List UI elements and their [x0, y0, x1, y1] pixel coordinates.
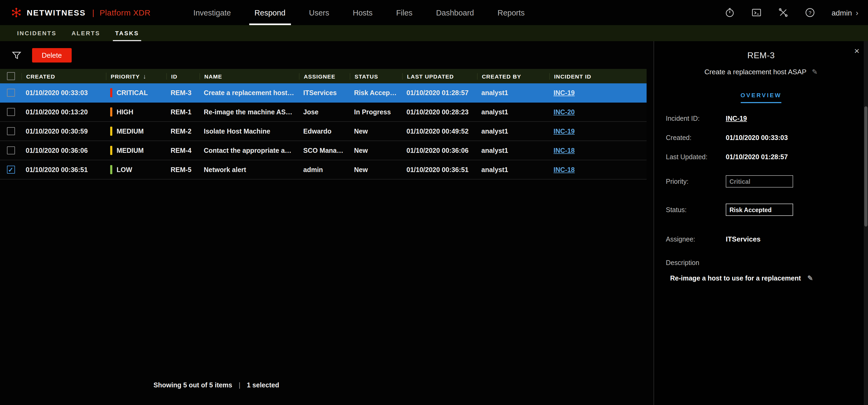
jobs-icon[interactable]	[751, 7, 762, 18]
col-assignee[interactable]: ASSIGNEE	[299, 73, 350, 79]
col-created[interactable]: CREATED	[21, 73, 106, 79]
col-name[interactable]: NAME	[199, 73, 299, 79]
footer-separator: |	[239, 381, 241, 389]
field-last-updated: Last Updated: 01/10/2020 01:28:57	[666, 153, 861, 161]
tab-incidents[interactable]: INCIDENTS	[10, 25, 64, 41]
close-icon[interactable]: ×	[854, 46, 860, 56]
brand-separator: |	[92, 8, 94, 17]
row-checkbox[interactable]: ✓	[7, 127, 15, 135]
sort-desc-icon[interactable]: ↓	[143, 72, 147, 80]
netwitness-logo-icon	[10, 6, 23, 19]
user-name: admin	[832, 8, 852, 17]
nav-item-investigate[interactable]: Investigate	[182, 0, 243, 25]
delete-button[interactable]: Delete	[32, 48, 71, 63]
col-status[interactable]: STATUS	[350, 73, 402, 79]
cell-assignee: Edwardo	[299, 128, 350, 135]
cell-priority: LOW	[106, 165, 166, 174]
table-row[interactable]: ✓ 01/10/2020 00:36:06 MEDIUM REM-4 Conta…	[0, 141, 647, 160]
cell-id: REM-5	[166, 166, 199, 173]
row-checkbox[interactable]: ✓	[7, 146, 15, 155]
nav-item-respond[interactable]: Respond	[243, 0, 297, 25]
cell-created-by: analyst1	[477, 166, 549, 173]
incident-id-link[interactable]: INC-18	[554, 147, 575, 154]
cell-last-updated: 01/10/2020 00:36:51	[402, 166, 477, 173]
cell-status: New	[350, 147, 402, 154]
priority-input[interactable]	[726, 175, 793, 188]
row-checkbox[interactable]: ✓	[7, 108, 15, 116]
cell-incident-id: INC-19	[549, 128, 647, 135]
panel-scrollbar[interactable]	[864, 41, 868, 405]
table-row[interactable]: ✓ 01/10/2020 00:13:20 HIGH REM-1 Re-imag…	[0, 103, 647, 122]
incident-id-link[interactable]: INC-19	[554, 128, 575, 135]
incident-id-link[interactable]: INC-20	[554, 108, 575, 116]
incident-id-link[interactable]: INC-18	[554, 166, 575, 173]
priority-text: MEDIUM	[117, 147, 144, 154]
status-input[interactable]	[726, 204, 793, 216]
table-row[interactable]: ✓ 01/10/2020 00:36:51 LOW REM-5 Network …	[0, 160, 647, 179]
cell-priority: CRITICAL	[106, 88, 166, 97]
user-menu[interactable]: admin ›	[832, 8, 858, 17]
col-created-by[interactable]: CREATED BY	[477, 73, 549, 79]
nav-item-users[interactable]: Users	[297, 0, 341, 25]
description-value-row: Re-image a host to use for a replacement…	[666, 274, 861, 282]
nav-item-reports[interactable]: Reports	[486, 0, 537, 25]
col-priority[interactable]: PRIORITY ↓	[106, 72, 166, 80]
filter-icon[interactable]	[11, 49, 23, 61]
cell-name: Contact the appropriate agency	[199, 147, 299, 154]
panel-tabs: OVERVIEW	[654, 90, 868, 103]
cell-id: REM-4	[166, 147, 199, 154]
row-checkbox[interactable]: ✓	[7, 166, 15, 174]
incident-id-label: Incident ID:	[666, 115, 726, 122]
cell-assignee: admin	[299, 166, 350, 173]
priority-bar	[110, 88, 112, 97]
created-label: Created:	[666, 134, 726, 142]
row-checkbox[interactable]: ✓	[7, 89, 15, 97]
tab-overview[interactable]: OVERVIEW	[740, 92, 781, 103]
tab-alerts[interactable]: ALERTS	[64, 25, 107, 41]
cell-name: Network alert	[199, 166, 299, 173]
priority-bar	[110, 146, 112, 155]
col-last-updated[interactable]: LAST UPDATED	[402, 73, 477, 79]
row-checkbox-cell: ✓	[0, 89, 21, 97]
edit-name-icon[interactable]: ✎	[812, 68, 818, 76]
cell-created-by: analyst1	[477, 89, 549, 96]
incident-id-link[interactable]: INC-19	[726, 115, 747, 122]
last-updated-label: Last Updated:	[666, 153, 726, 161]
col-id[interactable]: ID	[166, 73, 199, 79]
app-window: NETWITNESS | Platform XDR Investigate Re…	[0, 0, 868, 405]
selected-count: 1 selected	[247, 381, 279, 389]
nav-item-files[interactable]: Files	[384, 0, 424, 25]
priority-text: MEDIUM	[117, 128, 144, 135]
edit-description-icon[interactable]: ✎	[807, 274, 813, 282]
assignee-value: ITServices	[726, 235, 761, 243]
assignee-label: Assignee:	[666, 235, 726, 243]
col-incident-id[interactable]: INCIDENT ID	[549, 73, 647, 79]
panel-subtitle: Create a replacement host ASAP ✎	[654, 68, 868, 76]
panel-scrollbar-thumb[interactable]	[864, 106, 867, 227]
created-value: 01/10/2020 00:33:03	[726, 134, 788, 142]
last-updated-value: 01/10/2020 01:28:57	[726, 153, 788, 161]
cell-name: Create a replacement host ASAP	[199, 89, 299, 96]
check-icon: ✓	[8, 166, 13, 173]
field-incident-id: Incident ID: INC-19	[666, 115, 861, 122]
cell-status: Risk Accepted	[350, 89, 402, 96]
cell-last-updated: 01/10/2020 00:28:23	[402, 108, 477, 116]
tools-icon[interactable]	[778, 7, 789, 18]
nav-item-dashboard[interactable]: Dashboard	[424, 0, 486, 25]
table-footer: Showing 5 out of 5 items | 1 selected	[0, 381, 433, 389]
nav-item-hosts[interactable]: Hosts	[341, 0, 384, 25]
timer-icon[interactable]	[725, 7, 735, 18]
help-icon[interactable]: ?	[805, 7, 815, 18]
row-checkbox-cell: ✓	[0, 108, 21, 116]
brand: NETWITNESS | Platform XDR	[10, 6, 151, 19]
cell-status: New	[350, 166, 402, 173]
cell-last-updated: 01/10/2020 00:36:06	[402, 147, 477, 154]
brand-name: NETWITNESS	[27, 8, 86, 17]
cell-incident-id: INC-19	[549, 89, 647, 96]
tab-tasks[interactable]: TASKS	[108, 25, 147, 41]
table-row[interactable]: ✓ 01/10/2020 00:30:59 MEDIUM REM-2 Isola…	[0, 122, 647, 141]
row-checkbox-cell: ✓	[0, 146, 21, 155]
select-all-checkbox[interactable]: ✓	[7, 72, 15, 80]
table-row[interactable]: ✓ 01/10/2020 00:33:03 CRITICAL REM-3 Cre…	[0, 83, 647, 103]
incident-id-link[interactable]: INC-19	[554, 89, 575, 96]
